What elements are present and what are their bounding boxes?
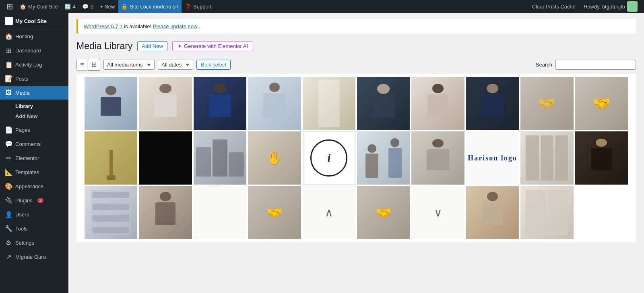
sidebar-item-hosting[interactable]: 🏠 Hosting — [0, 29, 68, 44]
media-item[interactable] — [194, 131, 246, 184]
sidebar-item-settings[interactable]: ⚙ Settings — [0, 236, 68, 250]
sidebar-item-media[interactable]: 🖼 Media — [0, 86, 68, 100]
media-item[interactable] — [139, 131, 192, 184]
updates-link[interactable]: 🔄 4 — [61, 0, 79, 13]
media-item[interactable]: Harison logo — [466, 131, 519, 184]
clear-cache-button[interactable]: Clear Posts Cache — [529, 0, 579, 13]
appearance-icon: 🎨 — [5, 183, 12, 190]
media-item[interactable] — [466, 77, 519, 130]
sidebar-item-dashboard[interactable]: ⊞ Dashboard — [0, 44, 68, 58]
media-item[interactable] — [303, 77, 355, 130]
sidebar-item-activity-log[interactable]: 📋 Activity Log — [0, 58, 68, 72]
media-item[interactable]: 🤝 — [357, 186, 410, 239]
updates-icon: 🔄 — [64, 4, 71, 10]
sidebar-item-comments[interactable]: 💬 Comments — [0, 137, 68, 151]
sidebar-item-templates[interactable]: 📐 Templates — [0, 165, 68, 179]
media-item[interactable] — [520, 186, 573, 239]
wp-version-link[interactable]: WordPress 6.7.1 — [84, 23, 123, 29]
site-name-link[interactable]: 🏠 My Cool Site — [17, 0, 61, 13]
date-filter[interactable]: All dates — [158, 60, 193, 70]
media-item[interactable] — [139, 77, 192, 130]
sidebar-item-elementor[interactable]: ✏ Elementor — [0, 151, 68, 165]
media-sub-library[interactable]: Library — [0, 101, 68, 111]
sidebar-item-migrate-guru[interactable]: ↗ Migrate Guru — [0, 250, 68, 264]
media-item[interactable]: i — [303, 131, 355, 184]
media-thumbnail — [466, 186, 519, 239]
sidebar-item-appearance[interactable]: 🎨 Appearance — [0, 179, 68, 193]
harison-logo-text: Harison logo — [468, 154, 517, 162]
plugins-icon: 🔌 — [5, 197, 12, 204]
update-now-link[interactable]: Please update now — [153, 23, 198, 29]
sidebar-item-tools[interactable]: 🔧 Tools — [0, 222, 68, 236]
media-item[interactable] — [139, 186, 192, 239]
media-thumbnail: 🤝 — [357, 186, 410, 239]
tools-icon: 🔧 — [5, 225, 12, 233]
media-item[interactable] — [85, 186, 137, 239]
comments-icon: 💬 — [82, 4, 89, 10]
wordpress-icon: ⊞ — [6, 2, 13, 11]
media-item[interactable] — [575, 131, 628, 184]
media-item[interactable] — [466, 186, 519, 239]
media-thumbnail — [357, 131, 410, 184]
media-item[interactable] — [520, 131, 573, 184]
sidebar-item-plugins[interactable]: 🔌 Plugins 2 — [0, 193, 68, 208]
media-item[interactable] — [194, 186, 246, 239]
support-link[interactable]: ❓ Support — [182, 0, 215, 13]
media-item[interactable] — [411, 77, 464, 130]
lock-icon: 🔒 — [121, 4, 128, 10]
media-item[interactable] — [85, 131, 137, 184]
media-thumbnail — [194, 186, 246, 239]
support-icon: ❓ — [185, 4, 191, 10]
media-item[interactable] — [194, 77, 246, 130]
page-header: Media Library Add New ✦ Generate with El… — [68, 37, 644, 56]
comments-link[interactable]: 💬 0 — [79, 0, 97, 13]
view-toggle: ≡ ⊞ — [76, 59, 100, 71]
media-thumbnail — [575, 131, 628, 184]
new-content-link[interactable]: + New — [97, 0, 118, 13]
media-thumbnail — [85, 186, 137, 239]
sidebar-item-posts[interactable]: 📝 Posts — [0, 72, 68, 86]
wp-logo[interactable]: ⊞ — [3, 0, 17, 13]
media-item[interactable]: 🤝 — [248, 186, 301, 239]
migrate-icon: ↗ — [5, 253, 12, 261]
media-item[interactable]: ∨ — [411, 186, 464, 239]
site-icon — [5, 17, 13, 25]
plugins-badge: 2 — [37, 198, 44, 203]
media-item[interactable]: 🤝 — [575, 77, 628, 130]
media-item[interactable] — [411, 131, 464, 184]
media-icon: 🖼 — [5, 89, 12, 96]
sidebar-item-users[interactable]: 👤 Users — [0, 208, 68, 222]
media-thumbnail: Harison logo — [466, 131, 519, 184]
media-thumbnail — [248, 77, 301, 130]
media-grid: 🤝 🤝 — [85, 77, 628, 239]
media-type-filter[interactable]: All media items — [103, 60, 155, 70]
media-item[interactable] — [357, 131, 410, 184]
media-item[interactable] — [85, 77, 137, 130]
media-sub-add-new[interactable]: Add New — [0, 111, 68, 121]
media-thumbnail — [357, 77, 410, 130]
sidebar-site-name[interactable]: My Cool Site — [0, 13, 68, 29]
media-item[interactable] — [248, 77, 301, 130]
bulk-select-button[interactable]: Bulk select — [196, 60, 231, 70]
filter-bar: ≡ ⊞ All media items All dates Bulk selec… — [68, 56, 644, 74]
arrow-down-icon: ∨ — [434, 206, 442, 219]
media-thumbnail: ✋ — [248, 131, 301, 184]
search-label: Search — [536, 62, 552, 68]
sidebar-item-pages[interactable]: 📄 Pages — [0, 123, 68, 137]
grid-view-button[interactable]: ⊞ — [88, 59, 100, 71]
list-view-button[interactable]: ≡ — [76, 59, 87, 71]
elementor-ai-button[interactable]: ✦ Generate with Elementor AI — [172, 41, 253, 51]
howdy-menu[interactable]: Howdy, btgptuujfb — [580, 0, 641, 13]
site-lock-button[interactable]: 🔒 Site Lock mode is on — [118, 0, 182, 13]
media-item[interactable]: ∧ — [303, 186, 355, 239]
elementor-icon: ✏ — [5, 154, 12, 162]
media-item[interactable]: ✋ — [248, 131, 301, 184]
media-item[interactable]: 🤝 — [520, 77, 573, 130]
media-item[interactable] — [357, 77, 410, 130]
comments-nav-icon: 💬 — [5, 140, 12, 148]
search-input[interactable] — [555, 60, 636, 70]
arrow-up-icon: ∧ — [325, 206, 333, 219]
media-thumbnail — [139, 77, 192, 130]
add-new-button[interactable]: Add New — [137, 41, 167, 51]
users-icon: 👤 — [5, 211, 12, 218]
